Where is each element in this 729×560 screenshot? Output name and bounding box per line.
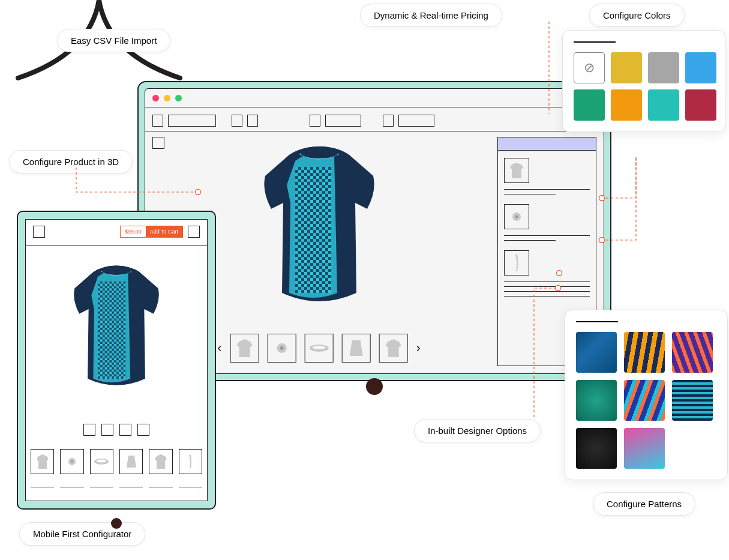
desktop-toolbar: $99.00 xyxy=(152,115,596,127)
tablet-action-icon[interactable] xyxy=(188,226,200,238)
product-shirt-3d[interactable] xyxy=(253,143,385,311)
color-swatch-green[interactable] xyxy=(574,89,605,121)
next-arrow-icon[interactable]: › xyxy=(416,340,421,356)
color-swatch-teal[interactable] xyxy=(648,89,679,121)
toolbar-item[interactable] xyxy=(247,115,258,127)
thumb-front[interactable] xyxy=(230,334,259,363)
tablet-view-options xyxy=(83,424,149,436)
pattern-swatch-neon-stripes[interactable] xyxy=(624,380,665,421)
svg-rect-0 xyxy=(295,167,331,293)
tablet-device: $99.00 Add To Cart xyxy=(17,211,216,510)
tablet-screen: $99.00 Add To Cart xyxy=(25,219,208,501)
close-icon[interactable] xyxy=(152,95,159,101)
thumb-stripe[interactable] xyxy=(179,449,202,474)
callout-configure-3d: Configure Product in 3D xyxy=(9,150,133,173)
tablet-price-cart: $99.00 Add To Cart xyxy=(120,226,183,238)
color-swatch-none[interactable]: ⊘ xyxy=(574,52,605,83)
callout-configure-colors: Configure Colors xyxy=(589,4,685,27)
window-controls[interactable] xyxy=(152,95,182,101)
sidebar-option-stripe[interactable] xyxy=(504,250,590,297)
prev-arrow-icon[interactable]: ‹ xyxy=(217,340,221,356)
minimize-icon[interactable] xyxy=(164,95,170,101)
pattern-swatch-fire-stripes[interactable] xyxy=(624,332,665,373)
thumb-collar[interactable] xyxy=(90,449,113,474)
view-option[interactable] xyxy=(83,424,95,436)
add-to-cart-button[interactable]: Add To Cart xyxy=(146,226,182,237)
tablet-labels xyxy=(31,487,202,487)
toolbar-item[interactable] xyxy=(232,115,242,127)
svg-point-4 xyxy=(300,146,338,158)
color-swatch-crimson[interactable] xyxy=(685,89,716,121)
tablet-thumbnails xyxy=(31,449,202,474)
tablet-price: $99.00 xyxy=(121,226,146,237)
toolbar-item[interactable] xyxy=(383,115,394,127)
color-swatch-sky[interactable] xyxy=(685,52,716,83)
sidebar-option-shirt[interactable] xyxy=(504,158,590,194)
svg-point-6 xyxy=(280,346,284,350)
callout-csv-import: Easy CSV File Import xyxy=(57,29,170,52)
sidebar-option-disc[interactable] xyxy=(504,204,590,241)
maximize-icon[interactable] xyxy=(175,95,182,101)
color-swatch-grid: ⊘ xyxy=(574,52,714,121)
callout-mobile-first: Mobile First Configurator xyxy=(19,522,145,546)
pattern-swatch-forest-blue[interactable] xyxy=(576,332,617,373)
pattern-swatch-sunset-palm[interactable] xyxy=(672,332,713,373)
thumb-back[interactable] xyxy=(379,334,408,363)
thumb-back[interactable] xyxy=(149,449,172,474)
panel-title-line xyxy=(576,321,618,322)
view-option[interactable] xyxy=(101,424,113,436)
pattern-swatch-jade[interactable] xyxy=(576,380,617,421)
color-swatch-gray[interactable] xyxy=(648,52,679,83)
thumb-sleeve[interactable] xyxy=(342,334,371,363)
thumb-disc[interactable] xyxy=(268,334,296,363)
thumb-collar[interactable] xyxy=(305,334,334,363)
pattern-swatch-grid xyxy=(576,332,716,469)
tablet-product-shirt[interactable] xyxy=(65,262,167,394)
panel-title-line xyxy=(574,41,616,43)
monitor-button xyxy=(366,378,383,395)
svg-point-12 xyxy=(101,265,131,274)
callout-dynamic-pricing: Dynamic & Real-time Pricing xyxy=(360,4,502,27)
toolbar-item[interactable] xyxy=(310,115,320,127)
view-option[interactable] xyxy=(137,424,149,436)
pattern-config-panel xyxy=(565,310,728,480)
svg-point-8 xyxy=(313,346,326,349)
callout-configure-patterns: Configure Patterns xyxy=(593,492,695,516)
toolbar-item[interactable] xyxy=(398,115,434,127)
view-option[interactable] xyxy=(119,424,131,436)
callout-designer-options: In-built Designer Options xyxy=(414,419,541,442)
svg-point-16 xyxy=(97,460,106,463)
toolbar-item[interactable] xyxy=(152,115,163,127)
svg-rect-11 xyxy=(98,282,125,379)
view-thumbnails: ‹ › xyxy=(217,334,421,363)
canvas-handle[interactable] xyxy=(152,137,164,149)
svg-point-10 xyxy=(515,215,518,218)
color-config-panel: ⊘ xyxy=(562,30,725,132)
pattern-swatch-glitch-cyan[interactable] xyxy=(672,380,713,421)
color-swatch-orange[interactable] xyxy=(611,89,642,121)
toolbar-item[interactable] xyxy=(168,115,216,127)
sidebar-header xyxy=(498,137,596,151)
color-swatch-gold[interactable] xyxy=(611,52,642,83)
toolbar-item[interactable] xyxy=(325,115,361,127)
pattern-swatch-charcoal[interactable] xyxy=(576,428,617,469)
thumb-disc[interactable] xyxy=(60,449,83,474)
thumb-front[interactable] xyxy=(31,449,54,474)
tablet-home-button[interactable] xyxy=(111,518,122,529)
svg-point-14 xyxy=(71,460,73,463)
tablet-menu-icon[interactable] xyxy=(33,226,45,238)
pattern-swatch-magenta-wave[interactable] xyxy=(624,428,665,469)
thumb-sleeve[interactable] xyxy=(119,449,143,474)
